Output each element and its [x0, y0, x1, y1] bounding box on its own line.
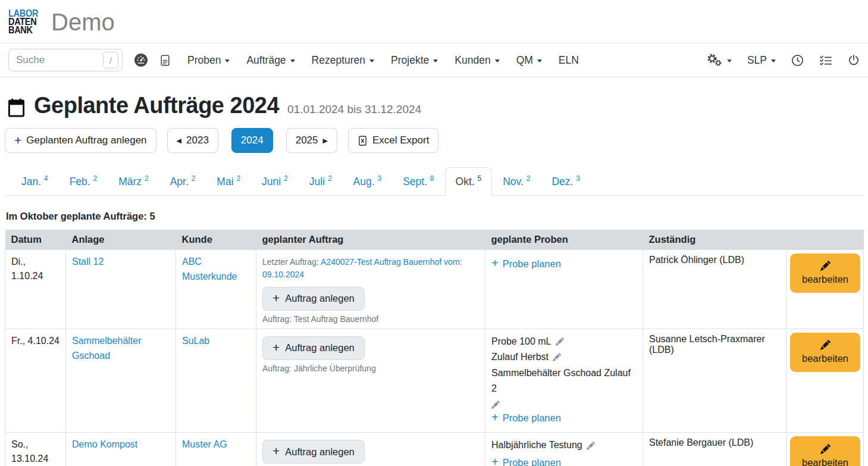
edit-button[interactable]: bearbeiten	[790, 436, 860, 466]
month-count-badge: 8	[430, 174, 434, 183]
tab-month-feb[interactable]: Feb. 2	[59, 167, 108, 196]
planned-sample-label: Halbjährliche Testung	[491, 437, 582, 453]
cell-kunde: ABC Musterkunde	[176, 249, 256, 329]
create-order-button[interactable]: +Auftrag anlegen	[262, 336, 365, 360]
table-row: So., 13.10.24Demo KompostMuster AG+Auftr…	[5, 433, 864, 466]
tab-month-mai[interactable]: Mai 2	[206, 167, 251, 196]
labordatenbank-logo[interactable]: LABOR DATEN BANK	[8, 10, 38, 35]
anlage-link[interactable]: Stall 12	[72, 257, 104, 267]
col-header-geplanter-auftrag: geplanter Auftrag	[256, 230, 485, 250]
triangle-left-icon: ◀	[177, 137, 181, 144]
kunde-link[interactable]: SuLab	[182, 336, 209, 346]
planned-sample-label: Zulauf Herbst	[491, 349, 549, 365]
plus-icon: +	[491, 452, 499, 466]
excel-export-button[interactable]: Excel Export	[348, 128, 438, 153]
kunde-link[interactable]: Muster AG	[182, 439, 227, 449]
dashboard-icon[interactable]	[134, 54, 148, 67]
nav-menu-label: QM	[516, 54, 533, 67]
anlage-link[interactable]: Demo Kompost	[72, 439, 137, 449]
cell-kunde: SuLab	[176, 329, 256, 433]
settings-gears-icon[interactable]	[707, 54, 732, 67]
tab-month-okt[interactable]: Okt. 5	[445, 167, 493, 196]
plus-icon: +	[14, 134, 21, 146]
tab-month-dez[interactable]: Dez. 3	[541, 167, 591, 196]
navbar-right-cluster: SLP	[707, 54, 860, 67]
planned-sample: Zulauf Herbst	[491, 349, 637, 365]
nav-menu-qm[interactable]: QM	[516, 54, 542, 67]
plan-sample-link[interactable]: +Probe planen	[491, 255, 561, 273]
tab-month-m-rz[interactable]: März 2	[108, 167, 159, 196]
month-count-badge: 3	[377, 174, 381, 183]
nav-menu-proben[interactable]: Proben	[187, 54, 230, 67]
next-year-button[interactable]: 2025 ▶	[286, 128, 337, 153]
month-count-badge: 2	[527, 174, 531, 183]
month-count-badge: 5	[478, 174, 482, 183]
plan-sample-link[interactable]: +Probe planen	[491, 409, 561, 427]
nav-menu-eln[interactable]: ELN	[559, 54, 579, 67]
prev-year-button[interactable]: ◀ 2023	[167, 128, 218, 153]
next-year-label: 2025	[296, 135, 318, 146]
edit-button-label: bearbeiten	[802, 274, 848, 285]
search-shortcut-key: /	[103, 52, 118, 68]
create-order-label: Auftrag anlegen	[285, 342, 355, 354]
edit-button[interactable]: bearbeiten	[790, 333, 860, 372]
tab-month-nov[interactable]: Nov. 2	[492, 167, 541, 196]
planned-sample: Probe 100 mL	[491, 334, 637, 349]
nav-menu-label: Proben	[187, 54, 221, 67]
nav-menu-projekte[interactable]: Projekte	[391, 54, 438, 67]
cell-geplanter-auftrag: +Auftrag anlegenAuftrag: geplanter Auftr…	[256, 433, 485, 466]
cell-anlage: Stall 12	[66, 249, 176, 329]
tab-month-jan[interactable]: Jan. 4	[11, 167, 59, 196]
create-order-button[interactable]: +Auftrag anlegen	[262, 287, 365, 311]
file-text-icon[interactable]	[159, 54, 171, 67]
cell-anlage: Demo Kompost	[66, 433, 176, 466]
caret-down-icon	[369, 60, 374, 62]
col-header-zustaendig: Zuständig	[643, 230, 786, 250]
create-planned-order-button[interactable]: + Geplanten Auftrag anlegen	[5, 128, 156, 153]
tab-month-juli[interactable]: Juli 2	[299, 167, 343, 196]
nav-menu-kunden[interactable]: Kunden	[455, 54, 499, 67]
slp-label: SLP	[747, 54, 767, 67]
cell-anlage: Sammelbehälter Gschoad	[66, 329, 176, 433]
clock-icon[interactable]	[791, 54, 804, 67]
pencil-icon[interactable]	[553, 353, 561, 361]
create-order-button[interactable]: +Auftrag anlegen	[262, 440, 365, 464]
tab-month-aug[interactable]: Aug. 3	[343, 167, 393, 196]
page-header: Geplante Aufträge 2024 01.01.2024 bis 31…	[5, 93, 863, 118]
tab-month-apr[interactable]: Apr. 2	[159, 167, 206, 196]
checklist-icon[interactable]	[819, 54, 832, 67]
anlage-link[interactable]: Sammelbehälter Gschoad	[72, 336, 142, 361]
nav-menu-auftr-ge[interactable]: Aufträge	[246, 54, 294, 67]
year-switcher: ◀ 2023 2024 2025 ▶	[167, 128, 337, 153]
cell-actions: bearbeiten	[786, 249, 864, 329]
cell-geplante-proben: Halbjährliche Testung+Probe planen	[485, 433, 643, 466]
cell-kunde: Muster AG	[176, 433, 256, 466]
edit-button[interactable]: bearbeiten	[790, 254, 860, 293]
kunde-link[interactable]: ABC Musterkunde	[182, 257, 237, 282]
pencil-icon[interactable]	[556, 337, 564, 346]
planned-orders-table: Datum Anlage Kunde geplanter Auftrag gep…	[5, 230, 864, 466]
power-icon[interactable]	[848, 54, 860, 66]
col-header-kunde: Kunde	[176, 230, 256, 250]
cell-zustaendig: Patrick Öhlinger (LDB)	[643, 249, 786, 329]
month-count-badge: 2	[145, 174, 149, 183]
caret-down-icon	[433, 60, 438, 62]
nav-slp-menu[interactable]: SLP	[747, 54, 776, 67]
planned-sample: Sammelbehälter Gschoad Zulauf 2	[491, 365, 637, 409]
tab-month-juni[interactable]: Juni 2	[251, 167, 299, 196]
main-navbar: / ProbenAufträgeRezepturenProjekteKunden…	[0, 43, 868, 77]
current-year-button[interactable]: 2024	[231, 128, 273, 153]
pencil-icon[interactable]	[587, 442, 595, 450]
col-header-actions	[786, 230, 864, 250]
pencil-icon	[820, 261, 831, 271]
col-header-datum: Datum	[5, 230, 66, 250]
page-title: Geplante Aufträge 2024	[34, 93, 279, 118]
cell-actions: bearbeiten	[786, 329, 864, 433]
nav-menu-rezepturen[interactable]: Rezepturen	[312, 54, 374, 67]
plan-sample-link[interactable]: +Probe planen	[491, 454, 561, 466]
cell-datum: Di., 1.10.24	[5, 249, 66, 329]
tab-month-sept[interactable]: Sept. 8	[392, 167, 444, 196]
excel-file-icon	[358, 135, 368, 146]
caret-down-icon	[727, 60, 732, 62]
planned-sample-label: Probe 100 mL	[491, 334, 551, 349]
